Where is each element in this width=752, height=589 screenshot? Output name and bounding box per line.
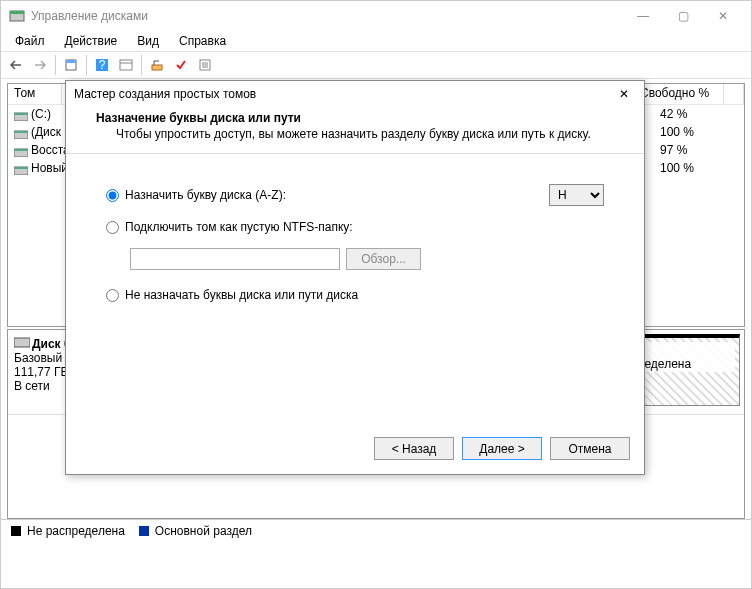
action-button[interactable]	[146, 54, 168, 76]
dialog-title: Мастер создания простых томов	[74, 87, 612, 101]
svg-rect-21	[14, 338, 30, 347]
svg-rect-3	[66, 60, 76, 63]
toolbar: ?	[1, 51, 751, 79]
svg-rect-18	[14, 149, 28, 151]
dialog-close-button[interactable]: ✕	[612, 84, 636, 104]
menu-action[interactable]: Действие	[57, 32, 126, 50]
radio-assign-letter[interactable]	[106, 189, 119, 202]
back-button[interactable]	[5, 54, 27, 76]
back-button[interactable]: < Назад	[374, 437, 454, 460]
label-mount-folder[interactable]: Подключить том как пустую NTFS-папку:	[125, 220, 604, 234]
legend-swatch-unallocated	[11, 526, 21, 536]
legend-swatch-primary	[139, 526, 149, 536]
mount-path-input	[130, 248, 340, 270]
svg-rect-1	[10, 11, 24, 14]
label-no-letter[interactable]: Не назначать буквы диска или пути диска	[125, 288, 604, 302]
dialog-heading: Назначение буквы диска или пути	[96, 111, 624, 125]
drive-letter-select[interactable]: H	[549, 184, 604, 206]
menu-view[interactable]: Вид	[129, 32, 167, 50]
next-button[interactable]: Далее >	[462, 437, 542, 460]
wizard-dialog: Мастер создания простых томов ✕ Назначен…	[65, 80, 645, 475]
app-icon	[9, 8, 25, 24]
svg-rect-14	[14, 113, 28, 115]
dialog-subheading: Чтобы упростить доступ, вы можете назнач…	[96, 127, 624, 141]
volume-icon	[14, 146, 28, 156]
maximize-button[interactable]: ▢	[663, 2, 703, 30]
refresh-button[interactable]	[60, 54, 82, 76]
minimize-button[interactable]: —	[623, 2, 663, 30]
menubar: Файл Действие Вид Справка	[1, 31, 751, 51]
radio-no-letter[interactable]	[106, 289, 119, 302]
dialog-titlebar: Мастер создания простых томов ✕	[66, 81, 644, 107]
svg-text:?: ?	[99, 58, 106, 72]
label-assign-letter[interactable]: Назначить букву диска (A-Z):	[125, 188, 549, 202]
volume-icon	[14, 110, 28, 120]
check-button[interactable]	[170, 54, 192, 76]
list-button[interactable]	[194, 54, 216, 76]
disk-icon	[14, 336, 30, 348]
col-volume[interactable]: Том	[8, 84, 62, 104]
svg-rect-6	[120, 60, 132, 70]
legend-label-primary: Основной раздел	[155, 524, 252, 538]
help-button[interactable]: ?	[91, 54, 113, 76]
legend: Не распределена Основной раздел	[1, 519, 751, 541]
svg-rect-20	[14, 167, 28, 169]
view-button[interactable]	[115, 54, 137, 76]
volume-icon	[14, 164, 28, 174]
browse-button: Обзор...	[346, 248, 421, 270]
menu-file[interactable]: Файл	[7, 32, 53, 50]
titlebar: Управление дисками — ▢ ✕	[1, 1, 751, 31]
volume-icon	[14, 128, 28, 138]
cancel-button[interactable]: Отмена	[550, 437, 630, 460]
radio-mount-folder[interactable]	[106, 221, 119, 234]
legend-label-unallocated: Не распределена	[27, 524, 125, 538]
col-free-pct[interactable]: Свободно %	[634, 84, 724, 104]
window-title: Управление дисками	[31, 9, 623, 23]
close-button[interactable]: ✕	[703, 2, 743, 30]
svg-rect-16	[14, 131, 28, 133]
menu-help[interactable]: Справка	[171, 32, 234, 50]
forward-button[interactable]	[29, 54, 51, 76]
svg-rect-8	[152, 65, 162, 70]
